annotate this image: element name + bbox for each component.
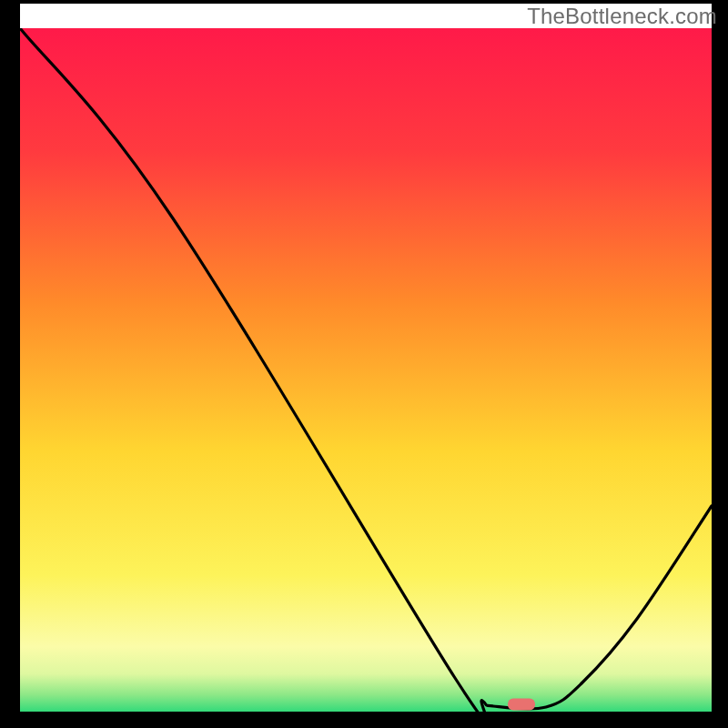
- x-axis-bar: [0, 712, 728, 728]
- bottleneck-curve-plot: [0, 0, 728, 728]
- watermark-text: TheBottleneck.com: [527, 4, 717, 29]
- optimum-marker: [508, 699, 535, 711]
- plot-background: [20, 28, 712, 712]
- y-axis-bar: [0, 0, 20, 728]
- right-edge: [712, 0, 728, 728]
- chart-stage: TheBottleneck.com: [0, 0, 728, 728]
